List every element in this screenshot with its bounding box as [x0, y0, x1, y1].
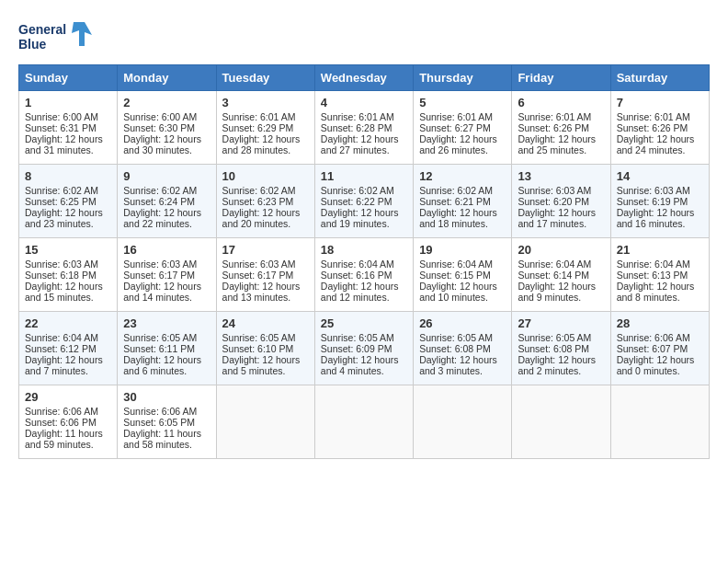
- sunrise-text: Sunrise: 6:04 AM: [25, 332, 98, 343]
- calendar-row: 1Sunrise: 6:00 AMSunset: 6:31 PMDaylight…: [19, 91, 710, 165]
- table-row: 3Sunrise: 6:01 AMSunset: 6:29 PMDaylight…: [216, 91, 314, 165]
- sunset-text: Sunset: 6:22 PM: [321, 196, 392, 207]
- sunrise-text: Sunrise: 6:01 AM: [419, 111, 493, 122]
- sunset-text: Sunset: 6:13 PM: [617, 270, 688, 281]
- calendar-row: 22Sunrise: 6:04 AMSunset: 6:12 PMDayligh…: [19, 312, 710, 385]
- sunrise-text: Sunrise: 6:01 AM: [321, 111, 394, 122]
- sunset-text: Sunset: 6:29 PM: [222, 122, 294, 133]
- table-row: 5Sunrise: 6:01 AMSunset: 6:27 PMDaylight…: [414, 91, 512, 165]
- table-row: 4Sunrise: 6:01 AMSunset: 6:28 PMDaylight…: [314, 91, 413, 165]
- table-row: 30Sunrise: 6:06 AMSunset: 6:05 PMDayligh…: [118, 385, 216, 459]
- sunset-text: Sunset: 6:11 PM: [123, 343, 195, 354]
- daylight-text: Daylight: 12 hours and 20 minutes.: [222, 207, 301, 229]
- sunset-text: Sunset: 6:05 PM: [123, 417, 195, 428]
- day-number: 14: [617, 169, 703, 183]
- daylight-text: Daylight: 12 hours and 2 minutes.: [518, 354, 596, 376]
- daylight-text: Daylight: 12 hours and 25 minutes.: [518, 133, 596, 155]
- day-number: 21: [617, 243, 703, 257]
- sunrise-text: Sunrise: 6:01 AM: [518, 111, 591, 122]
- col-tuesday: Tuesday: [216, 65, 314, 91]
- daylight-text: Daylight: 12 hours and 16 minutes.: [617, 207, 695, 229]
- page-header: General Blue: [18, 18, 710, 55]
- sunset-text: Sunset: 6:08 PM: [518, 343, 589, 354]
- table-row: 8Sunrise: 6:02 AMSunset: 6:25 PMDaylight…: [19, 165, 118, 238]
- daylight-text: Daylight: 12 hours and 8 minutes.: [617, 281, 695, 303]
- daylight-text: Daylight: 11 hours and 59 minutes.: [25, 428, 103, 450]
- sunset-text: Sunset: 6:27 PM: [419, 122, 491, 133]
- sunrise-text: Sunrise: 6:00 AM: [123, 111, 197, 122]
- sunset-text: Sunset: 6:25 PM: [25, 196, 97, 207]
- table-row: 7Sunrise: 6:01 AMSunset: 6:26 PMDaylight…: [610, 91, 709, 165]
- sunrise-text: Sunrise: 6:02 AM: [123, 185, 197, 196]
- table-row: 24Sunrise: 6:05 AMSunset: 6:10 PMDayligh…: [216, 312, 314, 385]
- sunrise-text: Sunrise: 6:06 AM: [123, 406, 197, 417]
- daylight-text: Daylight: 12 hours and 13 minutes.: [222, 281, 301, 303]
- sunset-text: Sunset: 6:20 PM: [518, 196, 589, 207]
- sunset-text: Sunset: 6:17 PM: [222, 270, 294, 281]
- sunrise-text: Sunrise: 6:04 AM: [419, 259, 493, 270]
- table-row: 23Sunrise: 6:05 AMSunset: 6:11 PMDayligh…: [118, 312, 216, 385]
- day-number: 2: [123, 96, 210, 109]
- daylight-text: Daylight: 12 hours and 26 minutes.: [419, 133, 497, 155]
- sunrise-text: Sunrise: 6:04 AM: [617, 259, 690, 270]
- sunset-text: Sunset: 6:24 PM: [123, 196, 195, 207]
- day-number: 8: [25, 169, 111, 183]
- day-number: 9: [123, 169, 210, 183]
- day-number: 24: [222, 316, 309, 330]
- daylight-text: Daylight: 12 hours and 0 minutes.: [617, 354, 695, 376]
- sunrise-text: Sunrise: 6:05 AM: [518, 332, 591, 343]
- table-row: 10Sunrise: 6:02 AMSunset: 6:23 PMDayligh…: [216, 165, 314, 238]
- table-row: [512, 385, 610, 459]
- sunset-text: Sunset: 6:15 PM: [419, 270, 491, 281]
- sunset-text: Sunset: 6:07 PM: [617, 343, 688, 354]
- sunrise-text: Sunrise: 6:03 AM: [123, 259, 197, 270]
- col-wednesday: Wednesday: [314, 65, 413, 91]
- daylight-text: Daylight: 12 hours and 31 minutes.: [25, 133, 103, 155]
- daylight-text: Daylight: 12 hours and 6 minutes.: [123, 354, 201, 376]
- daylight-text: Daylight: 12 hours and 15 minutes.: [25, 281, 103, 303]
- col-thursday: Thursday: [414, 65, 512, 91]
- sunrise-text: Sunrise: 6:06 AM: [617, 332, 690, 343]
- daylight-text: Daylight: 11 hours and 58 minutes.: [123, 428, 201, 450]
- table-row: 25Sunrise: 6:05 AMSunset: 6:09 PMDayligh…: [314, 312, 413, 385]
- sunrise-text: Sunrise: 6:03 AM: [518, 185, 591, 196]
- table-row: 20Sunrise: 6:04 AMSunset: 6:14 PMDayligh…: [512, 238, 610, 312]
- sunrise-text: Sunrise: 6:02 AM: [419, 185, 493, 196]
- sunset-text: Sunset: 6:30 PM: [123, 122, 195, 133]
- day-number: 3: [222, 96, 309, 109]
- sunrise-text: Sunrise: 6:01 AM: [617, 111, 690, 122]
- table-row: [314, 385, 413, 459]
- logo: General Blue: [18, 18, 92, 55]
- daylight-text: Daylight: 12 hours and 23 minutes.: [25, 207, 103, 229]
- table-row: 6Sunrise: 6:01 AMSunset: 6:26 PMDaylight…: [512, 91, 610, 165]
- day-number: 5: [419, 96, 506, 109]
- daylight-text: Daylight: 12 hours and 12 minutes.: [321, 281, 399, 303]
- table-row: [414, 385, 512, 459]
- daylight-text: Daylight: 12 hours and 3 minutes.: [419, 354, 497, 376]
- sunrise-text: Sunrise: 6:03 AM: [25, 259, 98, 270]
- daylight-text: Daylight: 12 hours and 7 minutes.: [25, 354, 103, 376]
- sunrise-text: Sunrise: 6:00 AM: [25, 111, 98, 122]
- day-number: 20: [518, 243, 604, 257]
- table-row: 1Sunrise: 6:00 AMSunset: 6:31 PMDaylight…: [19, 91, 118, 165]
- logo-icon: General Blue: [18, 18, 92, 55]
- daylight-text: Daylight: 12 hours and 4 minutes.: [321, 354, 399, 376]
- sunrise-text: Sunrise: 6:03 AM: [222, 259, 296, 270]
- day-number: 18: [321, 243, 407, 257]
- table-row: [216, 385, 314, 459]
- day-number: 13: [518, 169, 604, 183]
- table-row: 27Sunrise: 6:05 AMSunset: 6:08 PMDayligh…: [512, 312, 610, 385]
- sunrise-text: Sunrise: 6:01 AM: [222, 111, 296, 122]
- col-monday: Monday: [118, 65, 216, 91]
- day-number: 1: [25, 96, 111, 109]
- sunset-text: Sunset: 6:26 PM: [617, 122, 688, 133]
- day-number: 26: [419, 316, 506, 330]
- day-number: 28: [617, 316, 703, 330]
- sunset-text: Sunset: 6:08 PM: [419, 343, 491, 354]
- sunset-text: Sunset: 6:12 PM: [25, 343, 97, 354]
- day-number: 23: [123, 316, 210, 330]
- day-number: 30: [123, 390, 210, 404]
- calendar-row: 8Sunrise: 6:02 AMSunset: 6:25 PMDaylight…: [19, 165, 710, 238]
- day-number: 15: [25, 243, 111, 257]
- table-row: 13Sunrise: 6:03 AMSunset: 6:20 PMDayligh…: [512, 165, 610, 238]
